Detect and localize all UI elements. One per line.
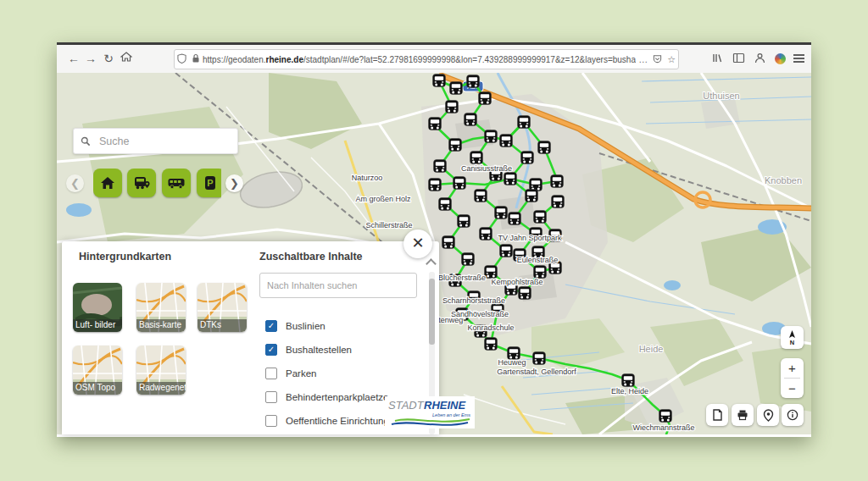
bus-stop-icon[interactable] xyxy=(433,75,446,87)
zoom-in-button[interactable]: + xyxy=(781,358,804,378)
layer-checkbox[interactable]: ✓ xyxy=(265,320,277,332)
bus-stop-icon[interactable] xyxy=(534,266,547,279)
map-label: Am großen Holz xyxy=(355,195,411,203)
bus-stop-icon[interactable] xyxy=(534,211,547,224)
bus-stop-icon[interactable] xyxy=(495,207,508,219)
bus-stop-icon[interactable] xyxy=(538,141,551,154)
bus-stop-icon[interactable] xyxy=(551,175,564,188)
url-text: https://geodaten.rheine.de/stadtplan/#/d… xyxy=(203,55,636,64)
north-arrow-icon: N xyxy=(785,329,799,346)
carousel-next-button[interactable]: ❯ xyxy=(225,174,243,192)
bus-stop-icon[interactable] xyxy=(475,190,487,202)
tracking-shield-icon[interactable] xyxy=(177,53,186,65)
bus-stop-icon[interactable] xyxy=(442,236,455,249)
library-icon[interactable] xyxy=(711,52,725,65)
bookmark-tool-button[interactable] xyxy=(706,404,728,426)
compass-button[interactable]: N xyxy=(781,326,804,349)
layer-checkbox[interactable] xyxy=(265,415,277,427)
bookmark-page-icon xyxy=(712,409,723,421)
lock-icon[interactable] xyxy=(192,53,200,65)
bus-stop-icon[interactable] xyxy=(659,410,672,423)
bus-stop-icon[interactable] xyxy=(504,173,517,185)
map-label: Heide xyxy=(639,344,664,354)
tool-bus-button[interactable] xyxy=(162,169,191,197)
background-thumb-3[interactable]: DTKs xyxy=(198,283,247,332)
bus-stop-icon[interactable] xyxy=(479,92,492,105)
home-button[interactable] xyxy=(116,48,136,69)
svg-text:RHEINE: RHEINE xyxy=(424,399,465,412)
map-search-input[interactable] xyxy=(97,135,237,148)
bus-stop-icon[interactable] xyxy=(439,198,452,211)
map-tool-carousel: ❮ xyxy=(57,169,277,199)
menu-icon[interactable] xyxy=(793,53,804,64)
bus-stop-icon[interactable] xyxy=(485,266,498,279)
zoom-out-button[interactable]: − xyxy=(781,379,804,398)
scroll-up-icon[interactable] xyxy=(426,258,437,269)
bus-stop-icon[interactable] xyxy=(449,139,462,152)
layer-row-buslinien[interactable]: ✓Buslinien xyxy=(265,318,326,334)
layer-checkbox[interactable] xyxy=(265,391,277,403)
carousel-prev-button[interactable]: ❮ xyxy=(66,174,84,192)
bus-stop-icon[interactable] xyxy=(518,116,531,129)
bus-stop-icon[interactable] xyxy=(429,179,442,191)
home-icon xyxy=(99,174,116,191)
info-icon xyxy=(787,409,798,421)
bus-stop-icon[interactable] xyxy=(458,215,470,228)
bus-stop-icon[interactable] xyxy=(450,82,463,95)
bus-stop-icon[interactable] xyxy=(485,130,498,143)
search-icon xyxy=(81,135,91,147)
background-thumb-1[interactable]: Luft- bilder xyxy=(73,283,122,332)
locate-button[interactable] xyxy=(757,404,779,426)
bus-stop-icon[interactable] xyxy=(526,190,538,202)
layer-checkbox[interactable] xyxy=(265,368,277,379)
svg-text:N: N xyxy=(790,339,794,346)
panel-scrollbar-thumb[interactable] xyxy=(429,279,435,345)
content-search-box[interactable] xyxy=(259,273,417,298)
sidebar-icon[interactable] xyxy=(732,52,746,65)
bus-stop-icon[interactable] xyxy=(521,152,534,164)
map-label: Uthuisen xyxy=(703,91,739,101)
bus-stop-icon[interactable] xyxy=(462,253,475,266)
print-button[interactable] xyxy=(732,404,754,426)
layer-row-behindertenparkplaetze[interactable]: Behindertenparkplaetze xyxy=(265,390,388,405)
browser-toolbar: ← → ↻ https://geodaten.rheine.de/stadtpl… xyxy=(57,45,811,74)
pocket-icon[interactable] xyxy=(653,54,662,65)
bus-stop-icon[interactable] xyxy=(500,135,513,147)
page-actions-icon[interactable]: … xyxy=(638,54,648,64)
background-thumb-5[interactable]: Radwegenetz xyxy=(136,346,186,395)
bus-stop-icon[interactable] xyxy=(480,228,492,240)
content-search-input[interactable] xyxy=(260,280,416,290)
layer-row-bushaltestellen[interactable]: ✓Bushaltestellen xyxy=(265,342,352,357)
bus-stop-icon[interactable] xyxy=(552,196,565,208)
layer-row-parken[interactable]: Parken xyxy=(265,366,316,381)
background-thumb-2[interactable]: Basis-karte xyxy=(136,283,186,332)
bus-stop-icon[interactable] xyxy=(500,245,513,257)
tool-home-button[interactable] xyxy=(93,169,122,197)
map-search-box[interactable] xyxy=(73,128,238,154)
bus-stop-icon[interactable] xyxy=(453,177,466,190)
panel-close-button[interactable]: ✕ xyxy=(403,229,432,258)
bus-stop-icon[interactable] xyxy=(446,101,459,113)
tool-parking-button[interactable]: P xyxy=(197,169,221,197)
info-button[interactable] xyxy=(782,404,804,426)
bus-stop-icon[interactable] xyxy=(509,213,521,225)
extension-icon[interactable] xyxy=(775,53,786,64)
bus-stop-icon[interactable] xyxy=(470,152,483,164)
bus-stop-icon[interactable] xyxy=(467,75,480,88)
address-bar[interactable]: https://geodaten.rheine.de/stadtplan/#/d… xyxy=(174,49,679,69)
tool-bus-stop-button[interactable] xyxy=(127,169,156,197)
map-label: Heuweg xyxy=(498,358,526,367)
layer-row-oeffentliche einrichtungen[interactable]: Oeffentliche Einrichtungen xyxy=(265,413,400,428)
bus-stop-icon[interactable] xyxy=(485,338,498,351)
bookmark-star-icon[interactable]: ☆ xyxy=(667,54,676,65)
bus-stop-icon[interactable] xyxy=(533,352,546,365)
map-label: Wiechmannstraße xyxy=(632,423,694,432)
bus-stop-icon[interactable] xyxy=(465,113,477,126)
account-icon[interactable] xyxy=(754,52,767,65)
bus-stop-icon[interactable] xyxy=(622,374,635,387)
bus-stop-icon[interactable] xyxy=(434,160,447,173)
background-thumb-4[interactable]: OSM Topo xyxy=(73,346,122,395)
bus-stop-icon[interactable] xyxy=(519,287,531,300)
layer-checkbox[interactable]: ✓ xyxy=(265,344,277,356)
bus-stop-icon[interactable] xyxy=(429,118,442,130)
